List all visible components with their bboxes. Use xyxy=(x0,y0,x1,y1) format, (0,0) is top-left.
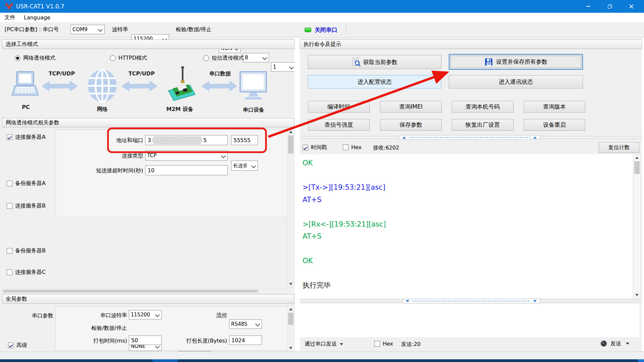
collapse-down-icon xyxy=(406,300,409,302)
restore-button[interactable] xyxy=(599,0,621,13)
scroll-up-icon[interactable] xyxy=(287,129,294,135)
chevron-down-icon xyxy=(155,312,160,317)
close-serial-button[interactable]: 关闭串口 xyxy=(315,26,337,34)
menu-file[interactable]: 文件 xyxy=(0,14,19,21)
checkbox-backup-server-b[interactable]: 备份服务器B xyxy=(7,247,46,254)
scrollbar-thumb[interactable] xyxy=(634,161,640,174)
window-controls: × xyxy=(578,0,642,13)
pack-time-input[interactable]: 50 xyxy=(129,336,162,345)
serial-group-label: 串口参数 xyxy=(32,312,53,319)
conn-mode-select[interactable]: 长连接 xyxy=(231,161,258,171)
radio-httpd-mode[interactable]: HTTPD模式 xyxy=(110,55,147,62)
button-label: 保存参数 xyxy=(399,121,422,129)
send-via-serial-dropdown[interactable]: 通过串口发送 xyxy=(305,341,343,348)
checkbox-label: Hex xyxy=(351,144,362,150)
query-version-button[interactable]: 查询版本 xyxy=(524,101,585,113)
enter-config-state-button[interactable]: 进入配置状态 xyxy=(308,75,441,88)
radio-sms-mode[interactable]: 短信透传模式 xyxy=(203,55,244,62)
scroll-down-icon[interactable] xyxy=(634,292,640,298)
log-scrollbar[interactable] xyxy=(633,154,641,298)
scroll-down-icon[interactable] xyxy=(287,345,294,351)
radio-label: 短信透传模式 xyxy=(212,55,244,62)
scrollbar-thumb[interactable] xyxy=(288,135,293,154)
send-input-area[interactable] xyxy=(300,304,639,337)
checkbox-server-a[interactable]: 连接服务器A xyxy=(7,134,46,141)
checkbox-server-c[interactable]: 连接服务器C xyxy=(7,269,46,276)
checkbox-label: 连接服务器B xyxy=(15,202,46,209)
chevron-down-icon xyxy=(251,164,256,168)
censored-address-blur xyxy=(152,136,202,144)
checkbox-server-b[interactable]: 连接服务器B xyxy=(7,202,46,209)
checkbox-label: 高级 xyxy=(16,342,27,349)
scroll-up-icon[interactable] xyxy=(287,306,294,312)
button-label: 复位计数 xyxy=(608,144,630,151)
pack-len-label: 打包长度(Bytes) xyxy=(172,338,227,345)
log-line xyxy=(303,206,633,218)
radio-net-transparent-mode[interactable]: 网络透传模式 xyxy=(15,55,55,62)
enter-comm-state-button[interactable]: 进入通讯状态 xyxy=(449,75,583,88)
log-output[interactable]: OK >[Tx->][19:53:21][asc] AT+S >[Rx<-][1… xyxy=(300,154,633,298)
scroll-up-icon[interactable] xyxy=(634,155,640,161)
short-timeout-input[interactable]: 10 xyxy=(145,165,228,175)
work-mode-header: 选择工作模式 xyxy=(2,40,294,49)
chevron-down-icon xyxy=(262,55,267,60)
save-params-button[interactable]: 保存参数 xyxy=(380,119,442,131)
flow-select[interactable]: RS485 xyxy=(229,319,262,329)
link-label: 串口数据 xyxy=(201,70,239,77)
baud-label: 波特率 xyxy=(112,26,128,33)
get-params-button[interactable]: 获取当前参数 xyxy=(308,55,441,69)
compile-time-button[interactable]: 编译时间 xyxy=(308,101,370,113)
server-a-port-input[interactable]: 55555 xyxy=(231,135,258,145)
restore-icon xyxy=(608,4,612,9)
server-a-panel: 地址和端口 3 5 55555 连接类型 TCP 长连接 短连接超时时间(秒) … xyxy=(56,129,292,217)
com-port-select[interactable]: COM9 xyxy=(70,25,105,34)
stopbits-select[interactable]: 1 xyxy=(271,62,296,72)
server-a-address-input[interactable]: 3 5 xyxy=(145,135,228,145)
log-line: >[Rx<-][19:53:21][asc] xyxy=(303,218,633,231)
minimize-button[interactable] xyxy=(578,0,599,13)
taskbar-edge xyxy=(0,359,644,362)
scrollbar-thumb[interactable] xyxy=(288,313,293,325)
splitter-handle[interactable] xyxy=(399,135,540,140)
send-button[interactable]: 发送 xyxy=(600,340,629,348)
databits-select[interactable]: 8 xyxy=(243,53,269,62)
net-params-hscrollbar[interactable] xyxy=(2,289,286,294)
splitter-handle[interactable] xyxy=(402,299,540,303)
query-imei-button[interactable]: 查询IMEI xyxy=(380,101,442,113)
checkbox-send-hex[interactable]: Hex xyxy=(374,341,393,347)
reset-count-button[interactable]: 复位计数 xyxy=(599,142,639,153)
checkbox-label: 连接服务器C xyxy=(15,269,46,276)
g-baud-select[interactable]: 115200 xyxy=(129,310,162,319)
device-restart-button[interactable]: 设备重启 xyxy=(524,119,585,131)
send-label: 发送 xyxy=(610,340,621,347)
global-params-scrollbar[interactable] xyxy=(287,306,294,351)
checkbox-icon xyxy=(374,341,380,347)
conn-type-select[interactable]: TCP xyxy=(145,150,228,161)
log-line: AT+S xyxy=(303,194,633,206)
collapse-up-icon xyxy=(402,136,406,139)
scroll-down-icon[interactable] xyxy=(287,281,294,287)
command-panel-header: 执行命令及提示 xyxy=(300,40,642,49)
checkbox-backup-server-a[interactable]: 备份服务器A xyxy=(7,180,46,187)
scrollbar-thumb[interactable] xyxy=(3,290,258,293)
chevron-down-icon xyxy=(255,322,260,326)
collapse-down-icon xyxy=(533,300,537,302)
button-label: 查询本机号码 xyxy=(466,103,500,111)
address-port-label: 地址和端口 xyxy=(76,137,143,144)
close-button[interactable]: × xyxy=(621,0,642,13)
radio-label: HTTPD模式 xyxy=(118,55,147,62)
usr-logo-icon xyxy=(5,3,13,10)
query-signal-button[interactable]: 查信号强度 xyxy=(308,119,370,131)
checkbox-advanced[interactable]: 高级 xyxy=(8,342,27,349)
net-params-scrollbar[interactable] xyxy=(287,128,294,287)
checkbox-icon xyxy=(8,343,14,348)
checkbox-timestamp[interactable]: 时间戳 xyxy=(303,144,327,151)
chevron-down-icon xyxy=(221,154,226,158)
query-phone-number-button[interactable]: 查询本机号码 xyxy=(452,101,514,113)
factory-reset-button[interactable]: 恢复出厂设置 xyxy=(452,119,514,131)
checkbox-recv-hex[interactable]: Hex xyxy=(343,144,362,150)
button-label: 获取当前参数 xyxy=(363,58,397,66)
menu-language[interactable]: Language xyxy=(19,14,55,21)
pack-len-input[interactable]: 1024 xyxy=(229,336,262,345)
set-save-all-params-button[interactable]: 设置并保存所有参数 xyxy=(449,54,583,70)
